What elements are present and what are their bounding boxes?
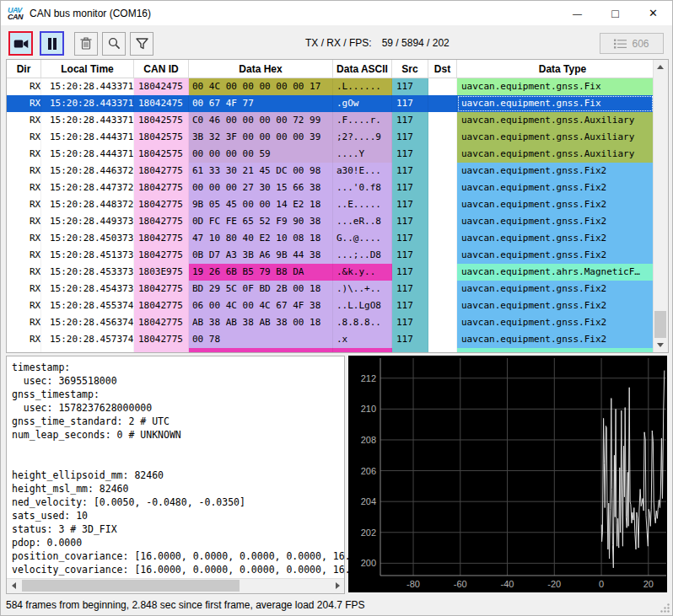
- table-row[interactable]: RX15:20:28.448372180427759B 05 45 00 00 …: [7, 196, 654, 213]
- cell-type: uavcan.equipment.gnss.Auxiliary: [457, 129, 654, 146]
- column-header-time[interactable]: Local Time: [41, 60, 134, 78]
- table-row[interactable]: RX15:20:28.449373180427750D FC FE 65 52 …: [7, 213, 654, 230]
- cell-hex: 06 00 4C 00 4C 67 4F 38: [189, 297, 333, 314]
- cell-id: 18042775: [134, 331, 189, 348]
- scroll-up-button[interactable]: [654, 60, 667, 74]
- search-button[interactable]: [102, 32, 126, 56]
- frame-table-body: RX15:20:28.4433711804247500 4C 00 00 00 …: [7, 78, 654, 352]
- column-header-id[interactable]: CAN ID: [134, 60, 189, 78]
- table-row[interactable]: RX15:20:28.4503731804277547 10 80 40 E2 …: [7, 230, 654, 247]
- cell-dst: [428, 112, 457, 129]
- cell-time: 15:20:28.450373: [41, 230, 134, 247]
- cell-id: 18042475: [134, 78, 189, 95]
- cell-hex: C0 46 00 00 00 00 72 99: [189, 112, 333, 129]
- cell-dst: [428, 314, 457, 331]
- cell-dst: [428, 331, 457, 348]
- table-row[interactable]: RX15:20:28.4533731803E97519 26 6B B5 79 …: [7, 264, 654, 281]
- column-header-ascii[interactable]: Data ASCII: [333, 60, 392, 78]
- column-header-type[interactable]: Data Type: [457, 60, 668, 78]
- traffic-stats-value: 59 / 5894 / 202: [382, 37, 450, 49]
- minimize-button[interactable]: —: [558, 2, 596, 25]
- cell-dir: RX: [7, 213, 41, 230]
- svg-text:208: 208: [361, 435, 376, 445]
- table-row[interactable]: RX15:20:28.4553741804277506 00 4C 00 4C …: [7, 297, 654, 314]
- cell-dir: RX: [7, 297, 41, 314]
- cell-ascii: .&k.y..: [333, 264, 392, 281]
- pause-button[interactable]: [40, 31, 64, 56]
- cell-dir: RX: [7, 314, 41, 331]
- cell-dir: RX: [7, 281, 41, 297]
- cell-dir: [7, 348, 41, 352]
- cell-hex: 00 4C 00 00 00 00 00 17: [189, 78, 333, 95]
- search-icon: [108, 37, 121, 50]
- resize-grip[interactable]: [660, 603, 670, 613]
- column-header-src[interactable]: Src: [392, 60, 428, 78]
- scroll-right-button[interactable]: [331, 579, 344, 592]
- column-header-dst[interactable]: Dst: [428, 60, 457, 78]
- cell-hex: AB 38 AB 38 AB 38 00 18: [189, 314, 333, 331]
- cell-time: [41, 348, 134, 352]
- frame-count-button[interactable]: 606: [600, 33, 664, 54]
- window-title: CAN bus monitor (COM16): [30, 8, 151, 19]
- table-row[interactable]: [7, 348, 654, 352]
- cell-ascii: .L......: [333, 78, 392, 95]
- horizontal-scroll-thumb[interactable]: [22, 580, 240, 592]
- close-icon: ✕: [649, 7, 658, 19]
- table-row[interactable]: RX15:20:28.4443711804257500 00 00 00 59.…: [7, 146, 654, 163]
- table-row[interactable]: RX15:20:28.4433711804247500 67 4F 77.gOw…: [7, 95, 654, 112]
- cell-hex: BD 29 5C 0F BD 2B 00 18: [189, 281, 333, 297]
- cell-src: 117: [392, 331, 428, 348]
- cell-dir: RX: [7, 247, 41, 264]
- cell-id: 18042775: [134, 163, 189, 179]
- title-bar: UAV CAN CAN bus monitor (COM16) — □ ✕: [1, 1, 672, 26]
- cell-dst: [428, 146, 457, 163]
- table-row[interactable]: RX15:20:28.4573741804277500 78.x117uavca…: [7, 331, 654, 348]
- svg-text:0: 0: [599, 579, 604, 589]
- arrow-right-icon: [336, 582, 340, 589]
- table-row[interactable]: RX15:20:28.4433711804247500 4C 00 00 00 …: [7, 78, 654, 95]
- cell-hex: 9B 05 45 00 00 14 E2 18: [189, 196, 333, 213]
- plot-canvas: -80-60-40-20020200202204206208210212: [348, 356, 667, 592]
- cell-type: uavcan.equipment.gnss.Fix2: [457, 230, 654, 247]
- can-bus-monitor-window: UAV CAN CAN bus monitor (COM16) — □ ✕: [0, 0, 673, 616]
- vertical-scroll-thumb[interactable]: [654, 311, 666, 338]
- cell-hex: 0D FC FE 65 52 F9 90 38: [189, 213, 333, 230]
- detail-horizontal-scrollbar[interactable]: [7, 578, 344, 593]
- column-header-dir[interactable]: Dir: [7, 60, 41, 78]
- cell-ascii: .F....r.: [333, 112, 392, 129]
- table-row[interactable]: RX15:20:28.45437318042775BD 29 5C 0F BD …: [7, 281, 654, 297]
- scroll-left-button[interactable]: [7, 579, 20, 592]
- cell-dir: RX: [7, 230, 41, 247]
- table-vertical-scrollbar[interactable]: [653, 60, 668, 352]
- cell-src: 117: [392, 196, 428, 213]
- table-row[interactable]: RX15:20:28.4463721804277561 33 30 21 45 …: [7, 163, 654, 179]
- value-plot[interactable]: -80-60-40-20020200202204206208210212: [348, 356, 667, 592]
- cell-src: 117: [392, 297, 428, 314]
- cell-ascii: ....Y: [333, 146, 392, 163]
- filter-button[interactable]: [130, 32, 153, 56]
- cell-hex: 47 10 80 40 E2 10 08 18: [189, 230, 333, 247]
- svg-text:-40: -40: [501, 579, 514, 589]
- cell-ascii: ;2?....9: [333, 129, 392, 146]
- scroll-down-button[interactable]: [654, 338, 667, 352]
- close-button[interactable]: ✕: [634, 2, 672, 25]
- table-row[interactable]: RX15:20:28.4473721804277500 00 00 27 30 …: [7, 179, 654, 196]
- arrow-up-icon: [657, 65, 664, 69]
- column-header-hex[interactable]: Data Hex: [189, 60, 333, 78]
- cell-dir: RX: [7, 179, 41, 196]
- cell-time: 15:20:28.449373: [41, 213, 134, 230]
- table-row[interactable]: RX15:20:28.444371180425753B 32 3F 00 00 …: [7, 129, 654, 146]
- maximize-button[interactable]: □: [596, 2, 634, 25]
- cell-hex: [189, 348, 333, 352]
- svg-text:210: 210: [361, 404, 376, 414]
- cell-dst: [428, 179, 457, 196]
- record-button[interactable]: [8, 31, 33, 56]
- table-row[interactable]: RX15:20:28.44337118042575C0 46 00 00 00 …: [7, 112, 654, 129]
- arrow-left-icon: [12, 582, 16, 589]
- clear-button[interactable]: [74, 32, 98, 56]
- table-row[interactable]: RX15:20:28.45637418042775AB 38 AB 38 AB …: [7, 314, 654, 331]
- cell-src: 117: [392, 314, 428, 331]
- cell-id: 18042475: [134, 95, 189, 112]
- maximize-icon: □: [611, 7, 618, 20]
- table-row[interactable]: RX15:20:28.451373180427750B D7 A3 3B A6 …: [7, 247, 654, 264]
